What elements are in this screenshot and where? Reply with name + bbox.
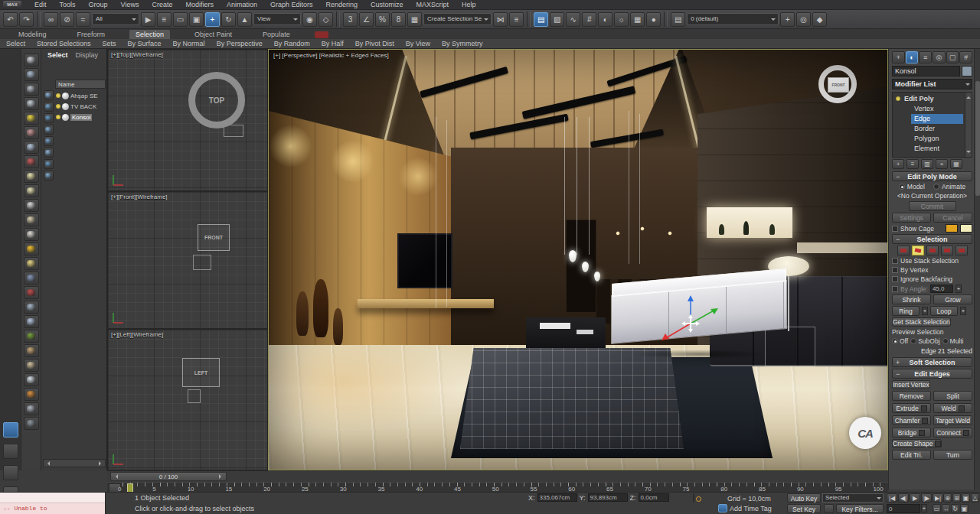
app-logo[interactable]: MAX — [3, 1, 21, 8]
modifier-stack-row[interactable]: Edge — [894, 114, 963, 124]
next-frame-arrow-icon[interactable] — [219, 474, 224, 479]
graphite-ribbon-toggle-icon[interactable]: ▧ — [550, 12, 564, 27]
select-and-manipulate-icon[interactable]: ◇ — [318, 12, 333, 27]
tab-select[interactable]: Select — [47, 51, 68, 59]
viewport-top-label[interactable]: [+][Top][Wireframe] — [111, 51, 163, 58]
edit-edges-button[interactable]: Weld — [933, 403, 972, 413]
preview-radio[interactable] — [942, 338, 949, 344]
render-production-icon[interactable]: ● — [646, 12, 661, 27]
edit-edges-button[interactable]: Remove — [892, 391, 931, 401]
menu-item[interactable]: Views — [121, 1, 139, 8]
disc-primitive-icon[interactable] — [24, 184, 39, 197]
z-field[interactable]: 0,0cm — [639, 493, 669, 502]
previous-frame-icon[interactable]: ◀| — [898, 493, 909, 503]
unlink-selection-icon[interactable]: ⊘ — [60, 12, 74, 27]
modifier-stack-row[interactable]: Element — [894, 144, 963, 154]
select-and-move-icon[interactable]: + — [205, 12, 220, 27]
filter-shapes-icon[interactable] — [44, 113, 54, 123]
edit-edges-button[interactable]: Bridge — [892, 428, 931, 438]
scrollbar-thumb[interactable] — [975, 81, 980, 196]
scroll-up-arrow-icon[interactable] — [966, 94, 971, 99]
image-plane-icon[interactable] — [24, 68, 39, 81]
utility-teapot-icon[interactable] — [24, 54, 39, 67]
edit-edges-button[interactable]: Split — [933, 391, 972, 401]
filter-lights-icon[interactable] — [44, 125, 54, 135]
modifier-stack-row[interactable]: Edit Poly — [894, 94, 963, 104]
edit-edges-button[interactable]: Target Weld — [933, 415, 972, 425]
percent-snap-icon[interactable]: % — [375, 12, 390, 27]
capsule-icon[interactable] — [24, 286, 39, 299]
pin-stack-icon[interactable]: + — [892, 159, 904, 169]
x-field[interactable]: 335,067cm — [537, 493, 577, 502]
preview-radio[interactable] — [892, 338, 898, 344]
edit-edges-button[interactable]: Extrude — [892, 403, 931, 413]
previous-frame-arrow-icon[interactable] — [113, 474, 118, 479]
ribbon-tool-button[interactable]: Select — [6, 40, 25, 47]
motion-tab-icon[interactable]: ◎ — [933, 51, 946, 63]
viewport-front-label[interactable]: [+][Front][Wireframe] — [111, 194, 168, 200]
edit-edges-button[interactable]: Turn — [933, 450, 972, 460]
schematic-view-icon[interactable]: # — [582, 12, 596, 27]
key-filters-button[interactable]: Key Filters... — [836, 504, 884, 513]
modifier-label[interactable]: Border — [914, 125, 935, 132]
collapse-icon[interactable]: − — [896, 172, 900, 181]
ribbon-tab[interactable]: Populate — [256, 30, 296, 39]
bind-to-space-warp-icon[interactable]: ≈ — [76, 12, 90, 27]
viewcube-front-face[interactable]: FRONT — [828, 77, 849, 93]
border-subobject-icon[interactable] — [926, 246, 939, 255]
ring-button[interactable]: Ring — [892, 306, 920, 316]
ribbon-tab[interactable]: Modeling — [12, 30, 53, 39]
object-color-swatch[interactable] — [962, 66, 972, 76]
visibility-bulb-icon[interactable] — [56, 104, 60, 109]
add-time-tag-label[interactable]: Add Time Tag — [730, 505, 772, 512]
layer-dropdown[interactable]: 0 (default) — [687, 13, 779, 25]
notes-icon[interactable] — [24, 402, 39, 415]
by-angle-spinner[interactable] — [956, 285, 962, 293]
edge-subobject-icon[interactable] — [912, 246, 924, 255]
frame-spinner[interactable] — [921, 504, 927, 512]
ribbon-tool-button[interactable]: By Symmetry — [442, 40, 483, 47]
modifier-stack-row[interactable]: Polygon — [894, 134, 963, 144]
help-icon[interactable] — [24, 417, 39, 430]
remove-modifier-icon[interactable]: × — [936, 159, 948, 169]
use-pivot-point-icon[interactable]: ◉ — [302, 12, 317, 27]
show-cage-checkbox[interactable] — [892, 226, 898, 232]
time-slider[interactable]: 0 / 100 — [110, 472, 227, 481]
connector-icon[interactable] — [24, 126, 39, 139]
spinner-snap-icon[interactable]: 8 — [391, 12, 406, 27]
select-object-icon[interactable]: ▶ — [141, 12, 155, 27]
play-icon[interactable]: ▶ — [910, 493, 920, 503]
lightbulb-icon[interactable] — [24, 112, 39, 125]
select-by-name-icon[interactable]: ≡ — [157, 12, 172, 27]
next-frame-icon[interactable]: |▶ — [921, 493, 932, 503]
menu-item[interactable]: MAXScript — [416, 1, 449, 8]
shrink-button[interactable]: Shrink — [892, 294, 931, 304]
scene-object-row[interactable]: Ahşap SE — [55, 90, 106, 101]
checkbox-row[interactable]: Use Stack Selection — [892, 257, 972, 265]
spreadsheet-icon[interactable] — [24, 83, 39, 96]
animal-icon[interactable] — [24, 344, 39, 357]
scroll-left-arrow-icon[interactable] — [45, 461, 50, 466]
edit-edges-button[interactable]: Edit Tri. — [892, 450, 931, 460]
commit-button[interactable]: Commit — [909, 201, 956, 211]
manage-layers-icon[interactable]: ▤ — [671, 12, 685, 27]
insert-vertex-button[interactable]: Insert Vertex — [892, 380, 930, 389]
make-unique-icon[interactable]: ▥ — [921, 159, 933, 169]
viewport-perspective-label[interactable]: [+] [Perspective] [Realistic + Edged Fac… — [273, 52, 389, 59]
maxscript-mini-listener[interactable]: -- Unable to — [0, 493, 106, 514]
collapse-icon[interactable]: − — [896, 235, 900, 244]
mirror-icon[interactable]: ⋈ — [493, 12, 508, 27]
separator[interactable] — [664, 11, 668, 27]
zoom-region-icon[interactable]: ▭ — [933, 504, 941, 513]
viewcube[interactable]: FRONT — [814, 62, 863, 109]
by-angle-checkbox[interactable] — [892, 286, 898, 292]
key-mode-dropdown[interactable]: Selected — [822, 493, 884, 503]
mountain-icon[interactable] — [24, 301, 39, 314]
loop-button[interactable]: Loop — [930, 306, 958, 316]
ribbon-record-icon[interactable] — [315, 31, 328, 38]
modifier-label[interactable]: Edge — [911, 114, 963, 124]
select-and-rotate-icon[interactable]: ↻ — [221, 12, 236, 27]
checkbox[interactable] — [892, 276, 898, 282]
sphere-icon[interactable] — [24, 373, 39, 386]
auto-key-button[interactable]: Auto Key — [787, 493, 821, 503]
